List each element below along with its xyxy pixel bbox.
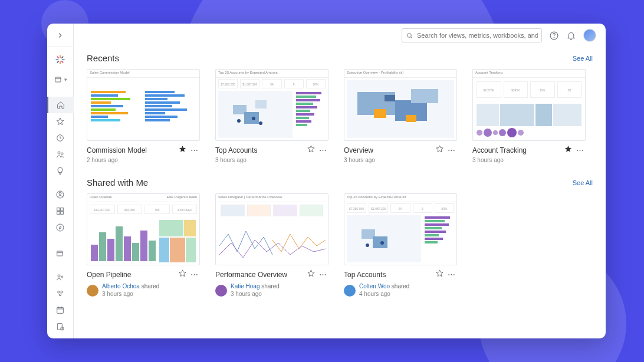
svg-point-28 bbox=[59, 294, 61, 295]
section-title: Recents bbox=[87, 53, 119, 63]
recent-card: Top 25 Accounts by Expected Amount $7,28… bbox=[215, 69, 328, 163]
app-window: ▾ bbox=[47, 24, 606, 338]
card-thumbnail[interactable]: Account Tracking $2,276K $395K 956 58 bbox=[472, 69, 586, 141]
card-title[interactable]: Performance Overview bbox=[215, 271, 304, 279]
favorite-star-icon[interactable] bbox=[307, 144, 316, 156]
svg-point-27 bbox=[61, 291, 63, 293]
user-avatar[interactable] bbox=[583, 29, 596, 42]
card-more-button[interactable]: ⋯ bbox=[446, 146, 457, 154]
svg-point-25 bbox=[61, 276, 63, 278]
card-title[interactable]: Top Accounts bbox=[215, 146, 304, 154]
search-icon bbox=[406, 32, 413, 40]
card-thumbnail[interactable]: Open PipelineEllie Rogers's team $12,907… bbox=[87, 193, 200, 265]
search-input[interactable] bbox=[417, 32, 538, 39]
svg-line-4 bbox=[57, 57, 59, 58]
svg-point-13 bbox=[61, 153, 63, 154]
tableau-logo-icon[interactable] bbox=[47, 50, 74, 70]
content-scroll: Recents See All Sales Commission Model bbox=[74, 47, 606, 338]
recent-card: Sales Commission Model bbox=[87, 69, 200, 163]
nav-users[interactable] bbox=[47, 269, 74, 285]
card-title[interactable]: Commission Model bbox=[87, 146, 176, 154]
svg-rect-17 bbox=[61, 208, 64, 211]
card-thumbnail[interactable]: Executive Overview - Profitability (a) bbox=[344, 69, 457, 141]
card-more-button[interactable]: ⋯ bbox=[318, 146, 328, 154]
card-thumbnail[interactable]: Top 25 Accounts by Expected Amount $7,28… bbox=[344, 193, 457, 265]
svg-rect-19 bbox=[61, 212, 64, 215]
card-timestamp: 3 hours ago bbox=[215, 157, 328, 163]
svg-line-36 bbox=[410, 37, 412, 38]
favorite-star-icon[interactable] bbox=[564, 144, 573, 156]
sharer-name[interactable]: Katie Hoag bbox=[231, 283, 259, 289]
shared-timestamp: 3 hours ago bbox=[102, 291, 133, 297]
search-box[interactable] bbox=[402, 28, 542, 42]
see-all-link[interactable]: See All bbox=[573, 179, 593, 186]
section-shared: Shared with Me See All Open PipelineElli… bbox=[87, 177, 593, 298]
svg-point-24 bbox=[58, 275, 60, 277]
favorite-star-icon[interactable] bbox=[435, 144, 444, 156]
card-title[interactable]: Account Tracking bbox=[472, 146, 561, 154]
favorite-star-icon[interactable] bbox=[178, 144, 187, 156]
card-title[interactable]: Top Accounts bbox=[344, 271, 433, 279]
sidebar: ▾ bbox=[47, 24, 74, 338]
card-timestamp: 3 hours ago bbox=[472, 157, 586, 163]
svg-marker-45 bbox=[436, 270, 443, 277]
nav-groups[interactable] bbox=[47, 285, 74, 302]
card-more-button[interactable]: ⋯ bbox=[189, 270, 200, 279]
svg-point-26 bbox=[58, 291, 60, 293]
svg-rect-22 bbox=[57, 251, 63, 256]
shared-card: Top 25 Accounts by Expected Amount $7,28… bbox=[344, 193, 457, 298]
shared-timestamp: 4 hours ago bbox=[359, 291, 390, 297]
svg-marker-43 bbox=[179, 270, 186, 277]
sidebar-expand-button[interactable] bbox=[47, 24, 74, 47]
topbar bbox=[74, 24, 606, 47]
main-area: Recents See All Sales Commission Model bbox=[74, 24, 606, 338]
sharer-name[interactable]: Alberto Ochoa bbox=[102, 283, 140, 289]
shared-card: Open PipelineEllie Rogers's team $12,907… bbox=[87, 193, 200, 298]
section-recents: Recents See All Sales Commission Model bbox=[87, 53, 593, 163]
nav-home[interactable] bbox=[47, 97, 74, 113]
card-thumbnail[interactable]: Sales Navigator | Performance Overview bbox=[215, 193, 328, 265]
nav-favorites[interactable] bbox=[47, 113, 74, 130]
card-thumbnail[interactable]: Sales Commission Model bbox=[87, 69, 200, 141]
card-more-button[interactable]: ⋯ bbox=[189, 146, 200, 154]
help-icon[interactable] bbox=[549, 31, 559, 41]
svg-point-35 bbox=[408, 33, 412, 37]
card-more-button[interactable]: ⋯ bbox=[318, 270, 328, 279]
favorite-star-icon[interactable] bbox=[307, 269, 316, 280]
sharer-name[interactable]: Colten Woo bbox=[359, 283, 390, 289]
nav-recommendations[interactable] bbox=[47, 163, 74, 179]
sharer-avatar[interactable] bbox=[215, 285, 227, 297]
nav-recents[interactable] bbox=[47, 130, 74, 146]
see-all-link[interactable]: See All bbox=[573, 55, 593, 62]
svg-marker-42 bbox=[565, 146, 571, 152]
svg-line-6 bbox=[57, 61, 59, 62]
svg-rect-33 bbox=[57, 324, 62, 330]
card-more-button[interactable]: ⋯ bbox=[446, 270, 457, 279]
card-timestamp: 2 hours ago bbox=[87, 157, 200, 163]
card-more-button[interactable]: ⋯ bbox=[575, 146, 586, 154]
svg-marker-39 bbox=[179, 146, 186, 152]
nav-jobs[interactable] bbox=[47, 318, 74, 335]
recent-card: Executive Overview - Profitability (a) bbox=[344, 69, 457, 163]
favorite-star-icon[interactable] bbox=[435, 269, 444, 280]
svg-point-12 bbox=[58, 152, 60, 154]
shared-card: Sales Navigator | Performance Overview bbox=[215, 193, 328, 298]
card-timestamp: 3 hours ago bbox=[344, 157, 457, 163]
favorite-star-icon[interactable] bbox=[178, 269, 187, 280]
nav-external-assets[interactable] bbox=[47, 245, 74, 262]
notifications-icon[interactable] bbox=[566, 31, 576, 41]
nav-explore[interactable] bbox=[47, 219, 74, 236]
nav-collections[interactable] bbox=[47, 203, 74, 219]
svg-line-7 bbox=[61, 57, 63, 58]
sharer-avatar[interactable] bbox=[344, 285, 356, 297]
new-workbook-button[interactable]: ▾ bbox=[47, 70, 74, 90]
sharer-avatar[interactable] bbox=[87, 285, 98, 297]
nav-shared[interactable] bbox=[47, 146, 74, 163]
card-title[interactable]: Overview bbox=[344, 146, 433, 154]
card-thumbnail[interactable]: Top 25 Accounts by Expected Amount $7,28… bbox=[215, 69, 328, 141]
card-title[interactable]: Open Pipeline bbox=[87, 271, 176, 279]
svg-point-38 bbox=[554, 37, 554, 38]
nav-schedules[interactable] bbox=[47, 302, 74, 318]
svg-marker-21 bbox=[60, 226, 61, 229]
nav-personal-space[interactable] bbox=[47, 186, 74, 203]
